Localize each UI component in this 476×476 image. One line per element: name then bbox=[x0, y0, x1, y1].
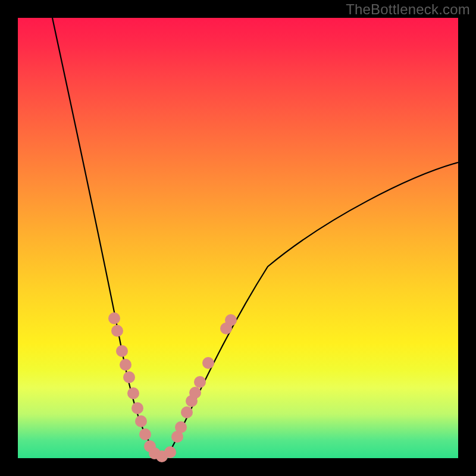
right-dot-3 bbox=[181, 406, 193, 418]
right-branch-curve bbox=[167, 162, 458, 457]
left-dot-4 bbox=[120, 359, 131, 371]
left-dot-5 bbox=[123, 371, 135, 383]
chart-svg bbox=[18, 18, 458, 458]
watermark-text: TheBottleneck.com bbox=[346, 1, 470, 18]
left-dot-1 bbox=[108, 312, 120, 324]
right-dot-2 bbox=[175, 421, 187, 433]
left-dot-3 bbox=[116, 345, 128, 357]
chart-frame: TheBottleneck.com bbox=[0, 0, 476, 476]
left-dot-9 bbox=[139, 428, 151, 440]
right-dot-5 bbox=[189, 387, 201, 399]
left-dot-8 bbox=[135, 415, 147, 427]
right-dot-6 bbox=[194, 376, 206, 388]
left-branch-curve bbox=[52, 18, 162, 457]
right-dot-9 bbox=[225, 314, 237, 326]
left-dot-2 bbox=[111, 325, 123, 337]
left-dot-6 bbox=[127, 387, 139, 399]
plot-area bbox=[18, 18, 458, 458]
left-dot-7 bbox=[131, 402, 143, 414]
bottom-dot-3 bbox=[164, 446, 176, 458]
right-dot-7 bbox=[202, 357, 214, 369]
data-points bbox=[108, 312, 237, 462]
